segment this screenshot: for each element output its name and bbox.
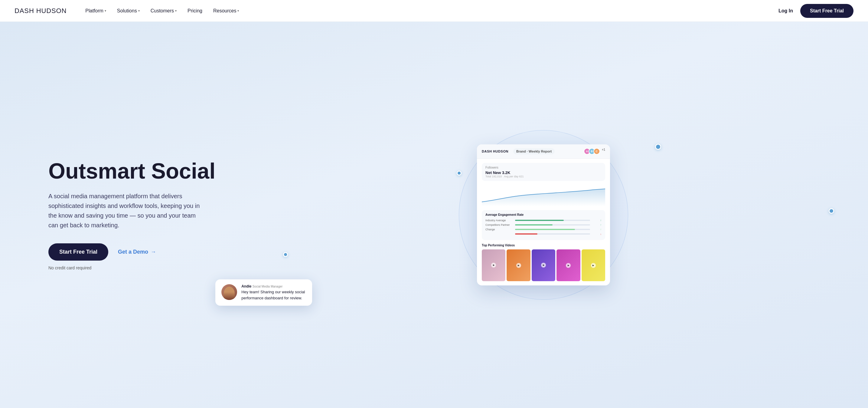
login-button[interactable]: Log In	[778, 8, 793, 13]
nav-pricing[interactable]: Pricing	[183, 6, 207, 16]
chat-avatar	[221, 284, 237, 300]
hero-visual: DASH HUDSON Brand · Weekly Report A B C …	[234, 130, 854, 300]
accent-dot-1	[655, 144, 661, 150]
nav-customers[interactable]: Customers ▾	[146, 6, 181, 16]
chevron-down-icon: ▾	[105, 9, 106, 12]
hero-content: Outsmart Social A social media managemen…	[49, 159, 215, 270]
navbar: DASH HUDSON Platform ▾ Solutions ▾ Custo…	[0, 0, 868, 22]
engagement-row-4: ↓	[486, 232, 601, 235]
engagement-row-1: Industry Average ↑	[486, 219, 601, 222]
accent-dot-3	[283, 252, 288, 257]
videos-section: Top Performing Videos ▶ ▶	[482, 244, 605, 281]
metric-followers-label: Followers	[486, 166, 601, 169]
hero-title: Outsmart Social	[49, 159, 215, 183]
nav-resources[interactable]: Resources ▾	[209, 6, 243, 16]
play-icon: ▶	[516, 263, 521, 268]
accent-dot-2	[457, 171, 462, 176]
no-credit-card-note: No credit card required	[49, 265, 215, 270]
video-thumb-5: ▶	[582, 250, 605, 281]
metric-followers: Followers Net New 3.2K Total 192,010 Avg…	[482, 163, 605, 181]
dashboard-logo: DASH HUDSON	[482, 149, 508, 153]
chevron-down-icon: ▾	[175, 9, 177, 12]
engagement-row-2: Competitors Partner ↑	[486, 223, 601, 226]
play-icon: ▶	[491, 263, 496, 268]
followers-chart	[482, 185, 605, 206]
arrow-icon: →	[151, 249, 156, 255]
avatar-overflow-count: +1	[602, 148, 605, 155]
chart-svg	[482, 185, 605, 206]
report-badge: Brand · Weekly Report	[513, 148, 555, 154]
videos-grid: ▶ ▶ ▶	[482, 250, 605, 281]
start-trial-nav-button[interactable]: Start Free Trial	[800, 4, 854, 18]
play-icon: ▶	[541, 263, 546, 268]
brand-logo[interactable]: DASH HUDSON	[14, 7, 66, 15]
chat-content: Andie Social Media Manager Hey team! Sha…	[241, 284, 306, 301]
metrics-row: Followers Net New 3.2K Total 192,010 Avg…	[482, 163, 605, 181]
get-demo-link[interactable]: Get a Demo →	[118, 249, 156, 255]
chat-message: Hey team! Sharing our weekly social perf…	[241, 289, 306, 301]
metric-net-new-value: Net New 3.2K	[486, 170, 601, 175]
play-icon: ▶	[566, 263, 571, 268]
avatar-group: A B C +1	[586, 148, 605, 155]
metric-total: Total 192,010 Avg per day 621	[486, 175, 601, 178]
video-thumb-2: ▶	[506, 250, 530, 281]
nav-links: Platform ▾ Solutions ▾ Customers ▾ Prici…	[81, 6, 778, 16]
engagement-row-3: Change ↑	[486, 228, 601, 231]
hero-section: Outsmart Social A social media managemen…	[0, 22, 868, 408]
logo-bold: DASH	[14, 7, 34, 14]
engagement-title: Average Engagement Rate	[486, 213, 601, 216]
chat-sender-role: Social Media Manager	[252, 285, 283, 288]
play-icon: ▶	[591, 263, 596, 268]
nav-actions: Log In Start Free Trial	[778, 4, 854, 18]
chat-sender-name: Andie Social Media Manager	[241, 284, 306, 288]
video-thumb-1: ▶	[482, 250, 505, 281]
dashboard-body: Followers Net New 3.2K Total 192,010 Avg…	[477, 158, 610, 285]
hero-description: A social media management platform that …	[49, 191, 206, 230]
nav-solutions[interactable]: Solutions ▾	[113, 6, 144, 16]
video-thumb-4: ▶	[557, 250, 580, 281]
dashboard-card: DASH HUDSON Brand · Weekly Report A B C …	[477, 144, 610, 285]
engagement-section: Average Engagement Rate Industry Average…	[482, 210, 605, 240]
video-thumb-3: ▶	[532, 250, 555, 281]
accent-dot-4	[829, 208, 834, 214]
start-trial-hero-button[interactable]: Start Free Trial	[49, 243, 108, 261]
chevron-down-icon: ▾	[138, 9, 140, 12]
avatar-3: C	[593, 148, 600, 155]
chevron-down-icon: ▾	[238, 9, 239, 12]
chat-bubble: Andie Social Media Manager Hey team! Sha…	[215, 280, 312, 306]
logo-light: HUDSON	[34, 7, 67, 14]
hero-buttons: Start Free Trial Get a Demo →	[49, 243, 215, 261]
dashboard-header: DASH HUDSON Brand · Weekly Report A B C …	[477, 144, 610, 158]
nav-platform[interactable]: Platform ▾	[81, 6, 111, 16]
videos-title: Top Performing Videos	[482, 244, 605, 247]
